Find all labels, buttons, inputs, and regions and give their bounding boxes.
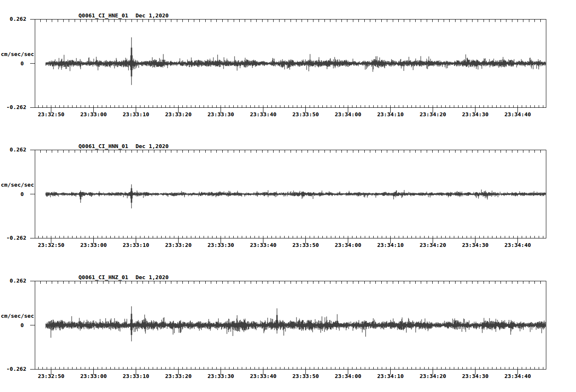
x-tick-label: 23:34:30 bbox=[458, 111, 493, 118]
x-tick-label: 23:34:20 bbox=[415, 242, 451, 248]
x-tick-label: 23:34:10 bbox=[373, 373, 408, 379]
x-tick-label: 23:33:40 bbox=[246, 111, 281, 118]
x-tick-label: 23:34:10 bbox=[373, 111, 408, 118]
plot-date: Dec 1,2020 bbox=[135, 12, 168, 19]
channel-id: Q0061_CI_HNE_01 bbox=[78, 12, 128, 19]
plot-title: Q0061_CI_HNN_01Dec 1,2020 bbox=[78, 143, 169, 149]
x-tick-label: 23:33:00 bbox=[76, 111, 112, 118]
plot-date: Dec 1,2020 bbox=[135, 274, 168, 280]
y-axis-units-label: cm/sec/sec bbox=[1, 313, 34, 319]
x-tick-label: 23:34:40 bbox=[500, 373, 536, 379]
x-tick-label: 23:33:10 bbox=[118, 111, 154, 118]
x-tick-label: 23:33:30 bbox=[203, 242, 239, 248]
x-tick-label: 23:33:10 bbox=[118, 373, 154, 379]
seismogram-plot-hne bbox=[0, 0, 576, 127]
y-axis-min-label: -0.262 bbox=[0, 235, 26, 241]
x-tick-label: 23:33:50 bbox=[288, 242, 324, 248]
x-tick-label: 23:33:40 bbox=[246, 242, 281, 248]
seismogram-panel-hnz: Q0061_CI_HNZ_01Dec 1,2020 0.262 cm/sec/s… bbox=[0, 262, 576, 389]
x-tick-label: 23:33:20 bbox=[161, 111, 196, 118]
seismogram-plot-hnz bbox=[0, 262, 576, 389]
plot-date: Dec 1,2020 bbox=[135, 143, 168, 149]
plot-title: Q0061_CI_HNE_01Dec 1,2020 bbox=[78, 12, 169, 19]
x-tick-label: 23:33:10 bbox=[118, 242, 154, 248]
y-axis-zero-label: 0 bbox=[0, 191, 24, 197]
x-tick-label: 23:34:40 bbox=[500, 242, 536, 248]
x-tick-label: 23:33:00 bbox=[76, 242, 112, 248]
x-tick-label: 23:33:50 bbox=[288, 111, 324, 118]
y-axis-max-label: 0.262 bbox=[0, 277, 26, 284]
x-tick-label: 23:33:30 bbox=[203, 373, 239, 379]
plot-title: Q0061_CI_HNZ_01Dec 1,2020 bbox=[78, 274, 169, 280]
x-tick-label: 23:34:30 bbox=[458, 373, 493, 379]
x-tick-label: 23:32:50 bbox=[34, 111, 69, 118]
x-tick-label: 23:33:50 bbox=[288, 373, 324, 379]
seismogram-panel-hne: Q0061_CI_HNE_01Dec 1,2020 0.262 cm/sec/s… bbox=[0, 0, 576, 127]
y-axis-max-label: 0.262 bbox=[0, 146, 26, 153]
x-tick-label: 23:34:00 bbox=[330, 373, 366, 379]
channel-id: Q0061_CI_HNN_01 bbox=[78, 143, 128, 149]
y-axis-min-label: -0.262 bbox=[0, 366, 26, 372]
x-tick-label: 23:34:20 bbox=[415, 111, 451, 118]
x-tick-label: 23:34:20 bbox=[415, 373, 451, 379]
x-tick-label: 23:33:20 bbox=[161, 373, 196, 379]
y-axis-min-label: -0.262 bbox=[0, 104, 26, 110]
x-tick-label: 23:34:10 bbox=[373, 242, 408, 248]
y-axis-units-label: cm/sec/sec bbox=[1, 182, 34, 188]
y-axis-max-label: 0.262 bbox=[0, 16, 26, 22]
y-axis-zero-label: 0 bbox=[0, 322, 24, 328]
x-tick-label: 23:33:00 bbox=[76, 373, 112, 379]
x-tick-label: 23:34:40 bbox=[500, 111, 536, 118]
y-axis-units-label: cm/sec/sec bbox=[1, 51, 34, 57]
x-tick-label: 23:33:30 bbox=[203, 111, 239, 118]
y-axis-zero-label: 0 bbox=[0, 60, 24, 67]
x-tick-label: 23:32:50 bbox=[34, 242, 69, 248]
x-tick-label: 23:33:20 bbox=[161, 242, 196, 248]
seismogram-panel-hnn: Q0061_CI_HNN_01Dec 1,2020 0.262 cm/sec/s… bbox=[0, 131, 576, 258]
x-tick-label: 23:34:00 bbox=[330, 242, 366, 248]
x-tick-label: 23:32:50 bbox=[34, 373, 69, 379]
x-tick-label: 23:33:40 bbox=[246, 373, 281, 379]
x-tick-label: 23:34:00 bbox=[330, 111, 366, 118]
x-tick-label: 23:34:30 bbox=[458, 242, 493, 248]
channel-id: Q0061_CI_HNZ_01 bbox=[78, 274, 128, 280]
seismogram-plot-hnn bbox=[0, 131, 576, 258]
